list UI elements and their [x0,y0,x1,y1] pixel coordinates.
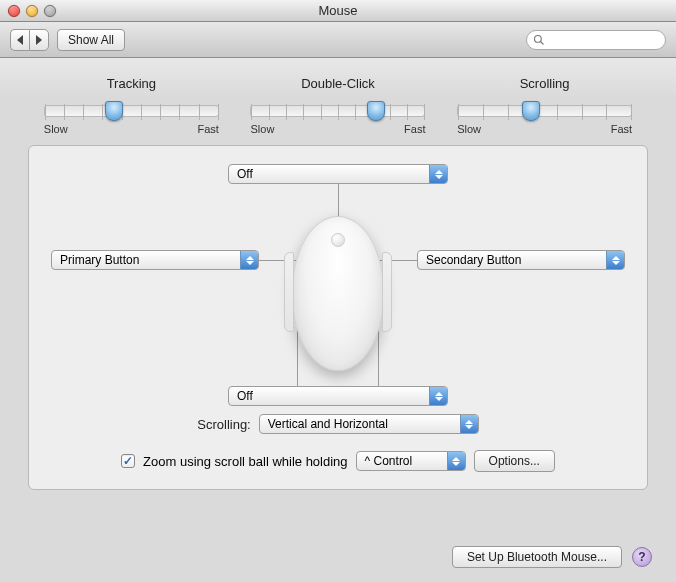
scrolling-mode-popup[interactable]: Vertical and Horizontal [259,414,479,434]
mouse-right-side-button-graphic [382,252,392,332]
titlebar: Mouse [0,0,676,22]
window-controls [8,5,56,17]
scrolling-mode-value: Vertical and Horizontal [260,417,460,431]
popup-arrows-icon [460,415,478,433]
side-buttons-action-value: Off [229,389,429,403]
scrolling-thumb[interactable] [522,101,540,121]
search-icon [533,34,545,46]
mouse-graphic [292,216,384,371]
scrolling-slider-group: Scrolling Slow Fast [457,76,632,135]
popup-arrows-icon [429,165,447,183]
scrolling-mode-label: Scrolling: [197,417,250,432]
doubleclick-label: Double-Click [250,76,425,91]
popup-arrows-icon [240,251,258,269]
scrolling-min-label: Slow [457,123,481,135]
scrolling-slider[interactable] [457,105,632,117]
right-click-action-value: Secondary Button [418,253,606,267]
scroll-ball-action-value: Off [229,167,429,181]
sliders-row: Tracking Slow Fast Double-Click Slow Fas… [28,76,648,135]
doubleclick-max-label: Fast [404,123,425,135]
svg-point-0 [535,35,542,42]
minimize-window-button[interactable] [26,5,38,17]
right-click-action-popup[interactable]: Secondary Button [417,250,625,270]
show-all-button[interactable]: Show All [57,29,125,51]
tracking-slider[interactable] [44,105,219,117]
scroll-ball-action-popup[interactable]: Off [228,164,448,184]
zoom-modifier-popup[interactable]: ^ Control [356,451,466,471]
zoom-checkbox[interactable]: ✓ [121,454,135,468]
left-click-action-value: Primary Button [52,253,240,267]
content: Tracking Slow Fast Double-Click Slow Fas… [0,58,676,582]
zoom-window-button[interactable] [44,5,56,17]
zoom-options-button[interactable]: Options... [474,450,555,472]
svg-line-1 [541,41,544,44]
doubleclick-min-label: Slow [250,123,274,135]
zoom-checkbox-label: Zoom using scroll ball while holding [143,454,348,469]
tracking-thumb[interactable] [105,101,123,121]
search-field[interactable] [526,30,666,50]
chevron-right-icon [36,35,42,45]
nav-back-button[interactable] [10,29,29,51]
popup-arrows-icon [447,452,465,470]
help-button[interactable]: ? [632,547,652,567]
side-buttons-action-popup[interactable]: Off [228,386,448,406]
mouse-assignment-frame: Off Primary Button Secondary Button [28,145,648,490]
scrolling-label: Scrolling [457,76,632,91]
doubleclick-slider-group: Double-Click Slow Fast [250,76,425,135]
search-input[interactable] [549,32,659,48]
close-window-button[interactable] [8,5,20,17]
scrolling-max-label: Fast [611,123,632,135]
mouse-scroll-ball-graphic [331,233,345,247]
toolbar: Show All [0,22,676,58]
nav-segment [10,29,49,51]
chevron-left-icon [17,35,23,45]
tracking-label: Tracking [44,76,219,91]
tracking-max-label: Fast [197,123,218,135]
mouse-left-side-button-graphic [284,252,294,332]
popup-arrows-icon [429,387,447,405]
tracking-min-label: Slow [44,123,68,135]
tracking-slider-group: Tracking Slow Fast [44,76,219,135]
left-click-action-popup[interactable]: Primary Button [51,250,259,270]
popup-arrows-icon [606,251,624,269]
doubleclick-slider[interactable] [250,105,425,117]
zoom-modifier-value: ^ Control [357,454,447,468]
setup-bluetooth-mouse-button[interactable]: Set Up Bluetooth Mouse... [452,546,622,568]
nav-forward-button[interactable] [29,29,49,51]
checkmark-icon: ✓ [123,455,133,467]
doubleclick-thumb[interactable] [367,101,385,121]
window-title: Mouse [0,3,676,18]
